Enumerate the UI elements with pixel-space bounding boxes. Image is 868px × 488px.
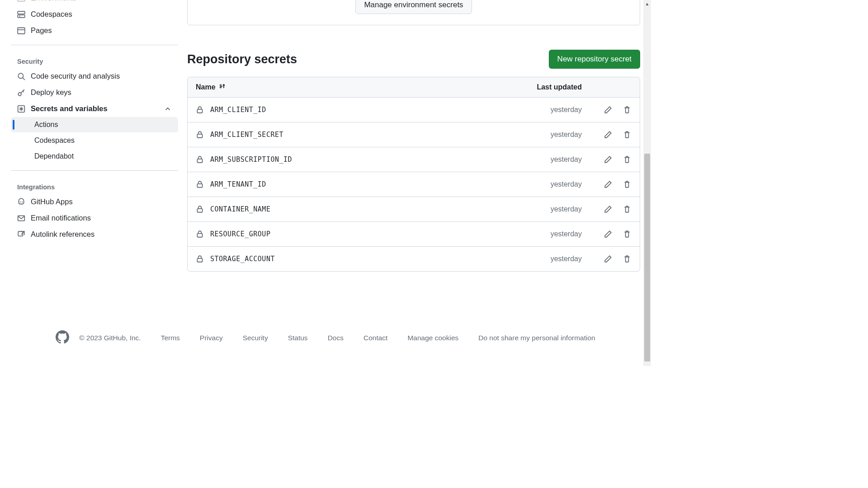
footer-link[interactable]: Docs [328, 334, 344, 342]
environment-secrets-card: Manage environment secrets [187, 0, 640, 25]
asterisk-icon [17, 105, 25, 113]
lock-icon [196, 180, 204, 188]
svg-rect-27 [197, 159, 202, 163]
svg-rect-29 [197, 209, 202, 212]
sidebar-divider [11, 45, 178, 45]
secret-row: RESOURCE_GROUPyesterday [188, 222, 640, 247]
edit-secret-button[interactable] [604, 254, 613, 263]
sidebar-item-label: Dependabot [34, 152, 74, 160]
sidebar-item-label: Codespaces [31, 10, 72, 19]
delete-secret-button[interactable] [623, 130, 632, 139]
vertical-scrollbar[interactable]: ▲ [643, 0, 651, 366]
scrollbar-thumb[interactable] [644, 154, 650, 361]
secrets-table: Name Last updated ARM_CLIENT_IDyesterday… [187, 77, 640, 272]
footer-link[interactable]: Terms [161, 334, 180, 342]
sidebar-item-environments[interactable]: Environments [11, 0, 178, 6]
svg-rect-2 [18, 11, 25, 14]
sidebar-subitem-codespaces[interactable]: Codespaces [11, 133, 178, 148]
sidebar-item-codespaces[interactable]: Codespaces [11, 6, 178, 22]
edit-secret-button[interactable] [604, 205, 613, 214]
footer-link[interactable]: Security [243, 334, 268, 342]
sort-ascending-icon[interactable] [218, 83, 226, 92]
footer-copyright: © 2023 GitHub, Inc. [79, 334, 141, 342]
secret-updated: yesterday [491, 155, 582, 164]
sidebar-item-label: Code security and analysis [31, 72, 120, 80]
codespaces-icon [17, 10, 25, 19]
manage-environment-secrets-button[interactable]: Manage environment secrets [355, 0, 472, 14]
secret-row: ARM_CLIENT_SECRETyesterday [188, 122, 640, 147]
delete-secret-button[interactable] [623, 205, 632, 214]
sidebar-item-github-apps[interactable]: GitHub Apps [11, 194, 178, 210]
footer-link[interactable]: Contact [363, 334, 387, 342]
secret-row: ARM_SUBSCRIPTION_IDyesterday [188, 147, 640, 172]
secret-name: ARM_TENANT_ID [210, 180, 266, 188]
secret-updated: yesterday [491, 131, 582, 139]
scroll-up-arrow-icon[interactable]: ▲ [643, 0, 651, 8]
codescan-icon [17, 72, 25, 80]
sidebar-subitem-actions[interactable]: Actions [11, 117, 178, 132]
secret-name: CONTAINER_NAME [210, 205, 270, 213]
sidebar-item-deploy-keys[interactable]: Deploy keys [11, 84, 178, 100]
footer-link[interactable]: Privacy [200, 334, 223, 342]
new-repository-secret-button[interactable]: New repository secret [549, 50, 640, 69]
sidebar-item-label: Pages [31, 26, 52, 35]
sidebar-item-label: Deploy keys [31, 88, 71, 97]
secret-updated: yesterday [491, 106, 582, 114]
svg-point-7 [18, 73, 23, 78]
sidebar-item-label: GitHub Apps [31, 197, 73, 206]
main-content: Manage environment secrets Repository se… [178, 0, 640, 272]
secret-updated: yesterday [491, 255, 582, 263]
chevron-up-icon [164, 105, 172, 113]
lock-icon [196, 106, 204, 114]
svg-rect-30 [197, 234, 202, 237]
footer-link[interactable]: Do not share my personal information [478, 334, 595, 342]
sidebar-item-label: Secrets and variables [31, 104, 108, 113]
svg-rect-3 [18, 15, 25, 18]
edit-secret-button[interactable] [604, 155, 613, 164]
delete-secret-button[interactable] [623, 230, 632, 239]
mail-icon [17, 214, 25, 222]
secrets-table-header: Name Last updated [188, 77, 640, 98]
lock-icon [196, 255, 204, 263]
footer-link[interactable]: Status [288, 334, 308, 342]
secret-name: ARM_CLIENT_SECRET [210, 131, 283, 139]
sidebar-item-pages[interactable]: Pages [11, 23, 178, 38]
footer-link[interactable]: Manage cookies [407, 334, 458, 342]
secret-row: ARM_TENANT_IDyesterday [188, 172, 640, 197]
lock-icon [196, 230, 204, 238]
svg-rect-25 [197, 109, 202, 113]
svg-rect-5 [18, 28, 25, 34]
browser-icon [17, 27, 25, 35]
secret-updated: yesterday [491, 230, 582, 238]
secret-name: ARM_SUBSCRIPTION_ID [210, 155, 292, 164]
secret-name: STORAGE_ACCOUNT [210, 255, 275, 263]
svg-rect-31 [197, 258, 202, 262]
delete-secret-button[interactable] [623, 155, 632, 164]
sidebar-item-secrets-variables[interactable]: Secrets and variables [11, 101, 178, 117]
sidebar-item-autolink-references[interactable]: Autolink references [11, 226, 178, 242]
key-icon [17, 89, 25, 97]
lock-icon [196, 155, 204, 164]
sidebar-subitem-dependabot[interactable]: Dependabot [11, 149, 178, 164]
svg-rect-28 [197, 184, 202, 188]
lock-icon [196, 205, 204, 213]
delete-secret-button[interactable] [623, 180, 632, 189]
svg-rect-26 [197, 134, 202, 138]
edit-secret-button[interactable] [604, 105, 613, 114]
sidebar-item-email-notifications[interactable]: Email notifications [11, 210, 178, 226]
sidebar-item-code-security[interactable]: Code security and analysis [11, 68, 178, 84]
edit-secret-button[interactable] [604, 130, 613, 139]
secret-updated: yesterday [491, 205, 582, 213]
sidebar-divider [11, 170, 178, 171]
sidebar-item-label: Codespaces [34, 136, 75, 145]
hubot-icon [17, 198, 25, 206]
secret-name: RESOURCE_GROUP [210, 230, 270, 238]
delete-secret-button[interactable] [623, 254, 632, 263]
server-icon [17, 0, 25, 2]
edit-secret-button[interactable] [604, 230, 613, 239]
github-logo-icon[interactable] [56, 330, 69, 346]
svg-rect-1 [18, 0, 25, 1]
edit-secret-button[interactable] [604, 180, 613, 189]
delete-secret-button[interactable] [623, 105, 632, 114]
crossref-icon [17, 230, 25, 239]
